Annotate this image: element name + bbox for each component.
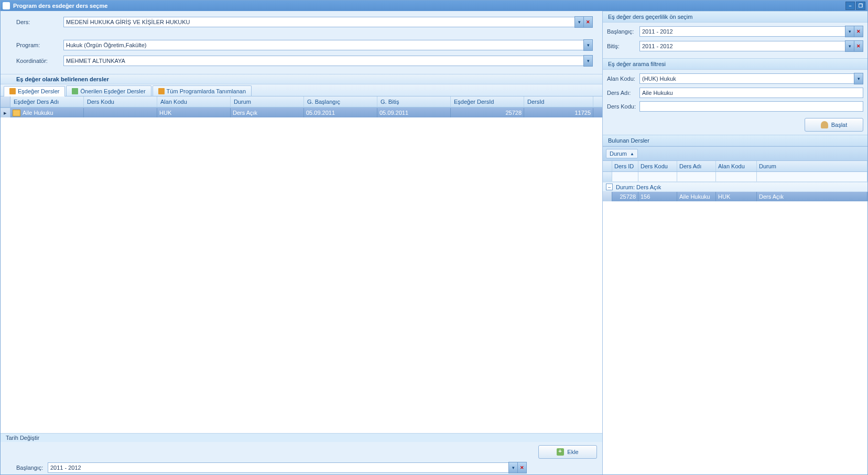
r-alan-kodu-field[interactable]: (HUK) Hukuk [639, 73, 854, 84]
r-col-durum[interactable]: Durum [757, 161, 867, 171]
col-g-bitis[interactable]: G. Bitiş [377, 96, 451, 107]
ders-clear-icon[interactable]: ✕ [583, 16, 593, 28]
r-cell-dersid: 25728 [612, 192, 638, 201]
tab-tum-program[interactable]: Tüm Programlarda Tanımlanan [153, 85, 252, 96]
app-icon [3, 2, 10, 9]
r-ders-adi-label: Ders Adı: [607, 90, 639, 96]
tab-icon [72, 88, 78, 94]
row-marker-header [1, 96, 10, 107]
col-esdeger-ders-adi[interactable]: Eşdeğer Ders Adı [10, 96, 84, 107]
app-window: Program ders esdeğer ders seçme – ❐ Ders… [0, 0, 868, 475]
section-header: Eş değer olarak belirlenen dersler [1, 74, 602, 84]
plus-icon [557, 448, 564, 456]
grid-body[interactable]: ▸ Aile Hukuku HUK Ders Açık 05.09.2011 0… [1, 107, 602, 433]
panel-filter-title: Eş değer arama filtresi [603, 58, 867, 70]
r-ders-adi-field[interactable]: Aile Hukuku [639, 88, 863, 98]
panel-validity-title: Eş değer ders geçerlilik ön seçim [603, 11, 867, 23]
tabstrip: Eşdeğer Dersler Önerilen Eşdeğer Dersler… [1, 84, 602, 96]
r-bitis-label: Bitiş: [607, 43, 639, 49]
window-title: Program ders esdeğer ders seçme [13, 3, 107, 9]
cell-g-bitis: 05.09.2011 [377, 108, 451, 117]
restore-button[interactable]: ❐ [856, 2, 865, 10]
right-group-row[interactable]: – Durum: Ders Açık [603, 182, 867, 192]
footer-baslangic-field[interactable]: 2011 - 2012 [48, 462, 509, 473]
tab-esdeger-dersler[interactable]: Eşdeğer Dersler [4, 86, 65, 96]
r-cell-dersadi: Aile Hukuku [677, 192, 716, 201]
ders-label: Ders: [16, 19, 63, 25]
r-row-marker-header [603, 161, 612, 171]
right-grid-body[interactable] [603, 201, 867, 474]
collapse-icon[interactable]: – [606, 183, 613, 190]
r-cell-durum: Ders Açık [757, 192, 867, 201]
r-baslangic-dropdown-icon[interactable]: ▾ [845, 26, 854, 37]
col-alan-kodu[interactable]: Alan Kodu [157, 96, 231, 107]
r-bitis-dropdown-icon[interactable]: ▾ [845, 40, 854, 52]
r-alan-kodu-dropdown-icon[interactable]: ▾ [854, 73, 863, 84]
tab-label: Tüm Programlarda Tanımlanan [167, 88, 246, 94]
button-label: Ekle [567, 449, 578, 455]
r-baslangic-label: Başlangıç: [607, 28, 639, 35]
tab-label: Önerilen Eşdeğer Dersler [80, 88, 145, 94]
footer-dropdown-icon[interactable]: ▾ [508, 462, 518, 473]
r-col-dersid[interactable]: Ders ID [612, 161, 638, 171]
col-durum[interactable]: Durum [231, 96, 304, 107]
program-value: Hukuk (Örgün Öğretim,Fakülte) [66, 42, 146, 48]
r-bitis-field[interactable]: 2011 - 2012 [639, 41, 845, 51]
r-alan-kodu-label: Alan Kodu: [607, 75, 639, 82]
folder-icon [13, 110, 20, 116]
group-bar: Durum ▲ [603, 146, 867, 161]
panel-found-title: Bulunan Dersler [603, 135, 867, 146]
cell-g-baslangic: 05.09.2011 [304, 108, 377, 117]
r-bitis-value: 2011 - 2012 [642, 43, 673, 49]
r-col-derskodu[interactable]: Ders Kodu [638, 161, 677, 171]
right-pane: Eş değer ders geçerlilik ön seçim Başlan… [603, 11, 867, 474]
baslat-button[interactable]: Başlat [805, 118, 863, 132]
tab-icon [158, 88, 165, 94]
group-row-label: Durum: Ders Açık [616, 184, 661, 190]
ekle-button[interactable]: Ekle [538, 445, 597, 459]
r-baslangic-value: 2011 - 2012 [642, 28, 673, 35]
group-chip-label: Durum [610, 150, 627, 157]
col-g-baslangic[interactable]: G. Başlangıç [304, 96, 377, 107]
r-col-alankodu[interactable]: Alan Kodu [716, 161, 757, 171]
r-col-dersadi[interactable]: Ders Adı [677, 161, 716, 171]
koordinator-label: Koordinatör: [16, 58, 63, 64]
group-chip-durum[interactable]: Durum ▲ [606, 149, 638, 158]
koordinator-field[interactable]: MEHMET ALTUNKAYA [63, 56, 584, 66]
right-table-row[interactable]: 25728 156 Aile Hukuku HUK Ders Açık [603, 192, 867, 201]
footer-clear-icon[interactable]: ✕ [517, 462, 527, 473]
r-ders-kodu-field[interactable] [639, 101, 863, 112]
r-cell-alankodu: HUK [716, 192, 757, 201]
cell-ders-adi: Aile Hukuku [10, 108, 84, 117]
r-baslangic-clear-icon[interactable]: ✕ [854, 26, 863, 37]
ders-field[interactable]: MEDENİ HUKUKA GİRİŞ VE KİŞİLER HUKUKU [63, 17, 575, 27]
col-dersid[interactable]: DersId [524, 96, 593, 107]
right-grid-filter-row[interactable] [603, 172, 867, 182]
r-row-indicator [603, 192, 612, 201]
col-esdeger-dersid[interactable]: Eşdeğer DersId [451, 96, 524, 107]
koordinator-dropdown-icon[interactable]: ▾ [583, 55, 593, 67]
tarih-degistir-label: Tarih Değiştir [6, 435, 39, 441]
r-baslangic-field[interactable]: 2011 - 2012 [639, 26, 845, 37]
cell-text: Aile Hukuku [23, 110, 53, 116]
tab-onerilen[interactable]: Önerilen Eşdeğer Dersler [66, 85, 151, 96]
left-pane: Ders: MEDENİ HUKUKA GİRİŞ VE KİŞİLER HUK… [1, 11, 603, 474]
program-field[interactable]: Hukuk (Örgün Öğretim,Fakülte) [63, 40, 584, 50]
cell-ders-id: 11725 [524, 108, 593, 117]
program-dropdown-icon[interactable]: ▾ [583, 39, 593, 51]
tab-label: Eşdeğer Dersler [18, 88, 59, 94]
button-label: Başlat [831, 122, 848, 128]
r-alan-kodu-value: (HUK) Hukuk [642, 75, 676, 82]
r-bitis-clear-icon[interactable]: ✕ [854, 40, 863, 52]
minimize-button[interactable]: – [845, 2, 855, 10]
ders-value: MEDENİ HUKUKA GİRİŞ VE KİŞİLER HUKUKU [66, 19, 190, 25]
program-label: Program: [16, 42, 63, 48]
table-row[interactable]: ▸ Aile Hukuku HUK Ders Açık 05.09.2011 0… [1, 108, 602, 117]
tab-icon [9, 88, 16, 94]
col-ders-kodu[interactable]: Ders Kodu [84, 96, 157, 107]
titlebar: Program ders esdeğer ders seçme – ❐ [1, 1, 867, 11]
ders-dropdown-icon[interactable]: ▾ [574, 16, 584, 28]
r-cell-derskodu: 156 [638, 192, 677, 201]
koordinator-value: MEHMET ALTUNKAYA [66, 58, 125, 64]
right-grid-header: Ders ID Ders Kodu Ders Adı Alan Kodu Dur… [603, 161, 867, 172]
